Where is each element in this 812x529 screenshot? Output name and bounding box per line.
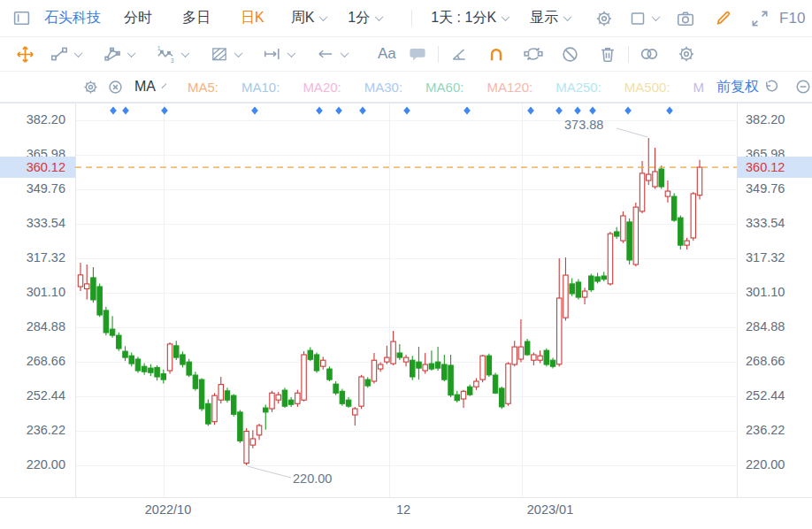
ma-indicator-label[interactable]: MA [134, 79, 156, 95]
event-marker-diamond-icon[interactable] [251, 106, 258, 114]
magnet-icon [486, 44, 506, 64]
event-marker-diamond-icon[interactable] [122, 106, 129, 114]
indicator-settings-button[interactable] [78, 74, 103, 99]
event-marker-diamond-icon[interactable] [527, 106, 534, 114]
measure-arrow-icon [263, 44, 282, 64]
ma60-label[interactable]: MA60: [425, 80, 463, 95]
measure-tool-dropdown[interactable] [263, 44, 295, 64]
zoom-out-button[interactable] [791, 74, 812, 99]
indicator-close-button[interactable] [103, 74, 127, 99]
event-marker-diamond-icon[interactable] [589, 106, 596, 114]
y-axis-tick: 317.32 [737, 250, 812, 264]
event-marker-diamond-icon[interactable] [624, 106, 632, 114]
ma250-label[interactable]: MA250: [555, 80, 601, 95]
angle-icon [449, 44, 469, 64]
y-axis-tick: 252.44 [737, 388, 812, 402]
current-price-tag-right: 360.12 [737, 157, 812, 178]
ma5-label[interactable]: MA5: [188, 80, 218, 95]
event-marker-diamond-icon[interactable] [666, 106, 673, 114]
wave-tool-dropdown[interactable]: 13 [156, 44, 188, 65]
app-window: 石头科技 分时 多日 日K 周K 1分 1天 : 1分K 显示 F10 [0, 0, 812, 529]
ma20-label[interactable]: MA20: [303, 80, 341, 95]
indicator-bar: MA MA5: MA10: MA20: MA30: MA60: MA120: M… [0, 72, 812, 103]
ma30-label[interactable]: MA30: [364, 80, 402, 95]
y-axis-tick: 301.10 [737, 285, 812, 299]
y-axis-tick: 284.88 [0, 319, 75, 334]
event-marker-diamond-icon[interactable] [555, 106, 563, 114]
drawing-settings-button[interactable] [674, 42, 699, 66]
tab-daily-k[interactable]: 日K [241, 9, 264, 27]
move-cross-icon [15, 44, 35, 65]
tab-intraday[interactable]: 分时 [124, 9, 152, 27]
text-tool-button[interactable]: Aa [378, 45, 396, 63]
chevron-down-icon [652, 12, 661, 21]
chart-area: 382.20365.98349.76333.54317.32301.10284.… [0, 103, 812, 528]
gear-icon [677, 44, 696, 64]
y-axis-tick: 382.20 [0, 112, 75, 126]
f10-button[interactable]: F10 [779, 10, 805, 27]
arrow-tool-dropdown[interactable] [316, 44, 348, 64]
camera-icon [676, 9, 695, 28]
event-marker-diamond-icon[interactable] [359, 106, 366, 114]
event-marker-diamond-icon[interactable] [403, 106, 410, 114]
edit-button[interactable] [710, 6, 735, 31]
divider [411, 10, 412, 27]
current-price-tag-left: 360.12 [0, 157, 75, 178]
undo-button[interactable] [759, 74, 784, 99]
event-marker-diamond-icon[interactable] [574, 106, 581, 114]
event-marker-diamond-icon[interactable] [316, 106, 323, 114]
fullscreen-button[interactable] [747, 6, 772, 31]
x-axis-label: 2022/10 [145, 502, 191, 517]
arrow-left-icon [316, 44, 335, 64]
ma-truncated-label: M [693, 80, 705, 95]
trash-icon [598, 44, 617, 64]
move-tool-button[interactable] [12, 42, 37, 66]
delete-drawings-button[interactable] [595, 42, 620, 66]
y-axis-tick: 301.10 [0, 285, 75, 299]
y-axis-tick: 317.32 [0, 250, 75, 264]
chart-style-dropdown[interactable] [629, 10, 659, 27]
event-marker-diamond-icon[interactable] [110, 106, 117, 114]
gann-tool-dropdown[interactable] [210, 44, 241, 64]
stock-name[interactable]: 石头科技 [44, 9, 101, 27]
minus-circle-icon [794, 78, 812, 96]
comment-tool-button[interactable] [405, 42, 430, 66]
compare-button[interactable] [637, 42, 662, 66]
pencil-icon [714, 9, 732, 27]
speech-bubble-icon [408, 44, 427, 64]
dropdown-display[interactable]: 显示 [530, 9, 571, 27]
x-axis-label: 2023/01 [527, 502, 573, 517]
candlestick-chart[interactable] [0, 103, 812, 528]
tab-multiday[interactable]: 多日 [182, 9, 211, 27]
ma120-label[interactable]: MA120: [486, 80, 532, 95]
dropdown-period-combo[interactable]: 1天 : 1分K [431, 9, 509, 27]
y-axis-tick: 252.44 [0, 388, 75, 402]
trendline-tool-dropdown[interactable] [50, 44, 81, 64]
sync-tool-button[interactable] [521, 42, 546, 66]
y-axis-tick: 236.22 [0, 423, 75, 437]
polygon-tool-dropdown[interactable] [103, 44, 134, 64]
dropdown-weekly-k[interactable]: 周K [291, 9, 327, 27]
y-axis-tick: 349.76 [0, 181, 75, 196]
circle-x-icon [107, 79, 124, 96]
chevron-down-icon [234, 49, 243, 58]
event-marker-diamond-icon[interactable] [463, 106, 471, 114]
dropdown-1min[interactable]: 1分 [348, 9, 382, 27]
ma10-label[interactable]: MA10: [241, 80, 280, 95]
event-marker-diamond-icon[interactable] [335, 106, 342, 114]
forward-adjust-button[interactable]: 前复权 [716, 78, 759, 96]
angle-tool-button[interactable] [447, 42, 471, 66]
overlap-circles-icon [639, 43, 660, 65]
event-marker-diamond-icon[interactable] [161, 106, 168, 114]
chevron-down-icon [341, 49, 349, 58]
left-panel-toggle-button[interactable] [9, 6, 34, 31]
ma500-label[interactable]: MA500: [624, 80, 670, 95]
cycle-icon [523, 43, 544, 65]
y-axis-tick: 284.88 [737, 319, 812, 334]
magnet-tool-button[interactable] [484, 42, 509, 66]
settings-button[interactable] [592, 6, 617, 31]
screenshot-button[interactable] [673, 6, 698, 31]
panel-left-icon [12, 9, 31, 27]
square-icon [629, 10, 647, 27]
hide-drawings-button[interactable] [558, 42, 583, 66]
